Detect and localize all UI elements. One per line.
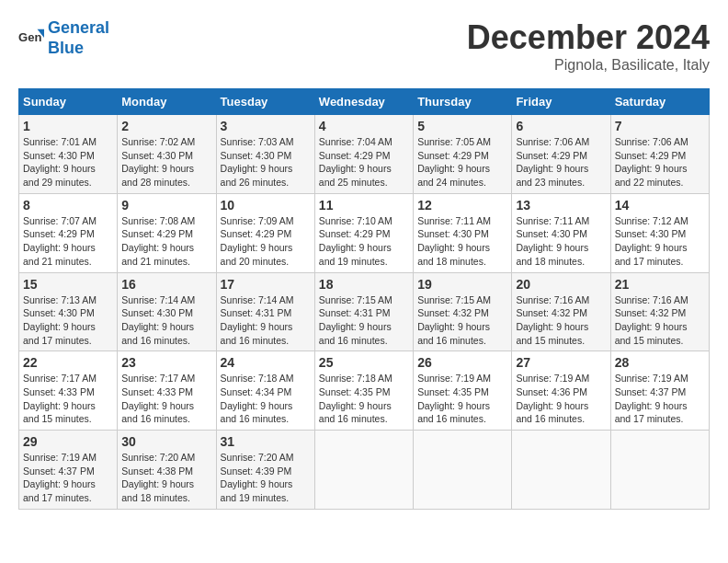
day-info: Sunrise: 7:11 AM Sunset: 4:30 PM Dayligh… [417,214,507,269]
day-info: Sunrise: 7:10 AM Sunset: 4:29 PM Dayligh… [319,214,409,269]
calendar-cell: 27Sunrise: 7:19 AM Sunset: 4:36 PM Dayli… [512,351,610,431]
day-number: 1 [23,119,113,133]
day-header-thursday: Thursday [414,89,512,115]
calendar-cell [314,431,413,510]
day-number: 3 [221,119,311,133]
day-number: 20 [516,277,606,292]
day-number: 4 [319,119,409,133]
day-info: Sunrise: 7:09 AM Sunset: 4:29 PM Dayligh… [221,214,311,269]
calendar-cell [610,431,709,510]
day-info: Sunrise: 7:17 AM Sunset: 4:33 PM Dayligh… [23,372,113,426]
calendar-cell: 1Sunrise: 7:01 AM Sunset: 4:30 PM Daylig… [19,115,118,194]
day-info: Sunrise: 7:11 AM Sunset: 4:30 PM Dayligh… [516,214,606,269]
day-number: 11 [319,198,409,213]
calendar-cell: 18Sunrise: 7:15 AM Sunset: 4:31 PM Dayli… [314,272,413,351]
day-info: Sunrise: 7:20 AM Sunset: 4:39 PM Dayligh… [221,451,311,505]
day-info: Sunrise: 7:16 AM Sunset: 4:32 PM Dayligh… [516,293,606,348]
day-number: 5 [417,119,507,133]
calendar-cell: 21Sunrise: 7:16 AM Sunset: 4:32 PM Dayli… [610,272,709,351]
day-info: Sunrise: 7:18 AM Sunset: 4:35 PM Dayligh… [319,372,409,426]
calendar-cell: 5Sunrise: 7:05 AM Sunset: 4:29 PM Daylig… [414,115,512,194]
day-info: Sunrise: 7:06 AM Sunset: 4:29 PM Dayligh… [615,135,705,190]
calendar-cell: 23Sunrise: 7:17 AM Sunset: 4:33 PM Dayli… [118,351,216,431]
calendar-cell: 20Sunrise: 7:16 AM Sunset: 4:32 PM Dayli… [512,272,610,351]
day-info: Sunrise: 7:12 AM Sunset: 4:30 PM Dayligh… [615,214,705,269]
day-info: Sunrise: 7:08 AM Sunset: 4:29 PM Dayligh… [121,214,211,269]
day-number: 30 [121,434,211,449]
day-info: Sunrise: 7:02 AM Sunset: 4:30 PM Dayligh… [121,135,211,190]
calendar-cell: 8Sunrise: 7:07 AM Sunset: 4:29 PM Daylig… [19,193,118,272]
day-number: 29 [23,434,113,449]
calendar-cell: 12Sunrise: 7:11 AM Sunset: 4:30 PM Dayli… [414,193,512,272]
logo-text: General Blue [48,18,109,58]
day-number: 25 [319,355,409,370]
day-info: Sunrise: 7:01 AM Sunset: 4:30 PM Dayligh… [23,135,113,190]
day-info: Sunrise: 7:04 AM Sunset: 4:29 PM Dayligh… [319,135,409,190]
day-info: Sunrise: 7:16 AM Sunset: 4:32 PM Dayligh… [615,293,705,348]
day-info: Sunrise: 7:18 AM Sunset: 4:34 PM Dayligh… [221,372,311,426]
calendar-cell: 11Sunrise: 7:10 AM Sunset: 4:29 PM Dayli… [314,193,413,272]
calendar-cell: 4Sunrise: 7:04 AM Sunset: 4:29 PM Daylig… [314,115,413,194]
calendar-cell: 13Sunrise: 7:11 AM Sunset: 4:30 PM Dayli… [512,193,610,272]
calendar-cell: 25Sunrise: 7:18 AM Sunset: 4:35 PM Dayli… [314,351,413,431]
calendar-cell: 6Sunrise: 7:06 AM Sunset: 4:29 PM Daylig… [512,115,610,194]
calendar-body: 1Sunrise: 7:01 AM Sunset: 4:30 PM Daylig… [19,115,710,510]
calendar-cell: 15Sunrise: 7:13 AM Sunset: 4:30 PM Dayli… [19,272,118,351]
svg-text:Gen: Gen [18,29,41,43]
calendar-cell: 24Sunrise: 7:18 AM Sunset: 4:34 PM Dayli… [216,351,314,431]
day-number: 21 [615,277,705,292]
day-number: 27 [516,355,606,370]
day-info: Sunrise: 7:14 AM Sunset: 4:31 PM Dayligh… [221,293,311,348]
day-number: 28 [615,355,705,370]
calendar-cell: 7Sunrise: 7:06 AM Sunset: 4:29 PM Daylig… [610,115,709,194]
calendar-cell: 3Sunrise: 7:03 AM Sunset: 4:30 PM Daylig… [216,115,314,194]
week-row-5: 29Sunrise: 7:19 AM Sunset: 4:37 PM Dayli… [19,431,710,510]
calendar-cell: 17Sunrise: 7:14 AM Sunset: 4:31 PM Dayli… [216,272,314,351]
calendar-cell: 26Sunrise: 7:19 AM Sunset: 4:35 PM Dayli… [414,351,512,431]
day-info: Sunrise: 7:15 AM Sunset: 4:32 PM Dayligh… [417,293,507,348]
day-info: Sunrise: 7:19 AM Sunset: 4:37 PM Dayligh… [615,372,705,426]
day-number: 7 [615,119,705,133]
day-number: 12 [417,198,507,213]
logo: Gen General Blue [18,18,109,58]
day-number: 23 [121,355,211,370]
day-info: Sunrise: 7:05 AM Sunset: 4:29 PM Dayligh… [417,135,507,190]
day-number: 18 [319,277,409,292]
day-info: Sunrise: 7:06 AM Sunset: 4:29 PM Dayligh… [516,135,606,190]
day-info: Sunrise: 7:14 AM Sunset: 4:30 PM Dayligh… [121,293,211,348]
calendar-cell: 31Sunrise: 7:20 AM Sunset: 4:39 PM Dayli… [216,431,314,510]
week-row-1: 1Sunrise: 7:01 AM Sunset: 4:30 PM Daylig… [19,115,710,194]
day-number: 22 [23,355,113,370]
day-number: 13 [516,198,606,213]
day-info: Sunrise: 7:17 AM Sunset: 4:33 PM Dayligh… [121,372,211,426]
day-header-saturday: Saturday [610,89,709,115]
day-info: Sunrise: 7:19 AM Sunset: 4:37 PM Dayligh… [23,451,113,505]
calendar-cell: 10Sunrise: 7:09 AM Sunset: 4:29 PM Dayli… [216,193,314,272]
calendar-header: SundayMondayTuesdayWednesdayThursdayFrid… [19,89,710,115]
day-header-wednesday: Wednesday [314,89,413,115]
day-number: 26 [417,355,507,370]
calendar-cell: 30Sunrise: 7:20 AM Sunset: 4:38 PM Dayli… [118,431,216,510]
calendar-cell: 29Sunrise: 7:19 AM Sunset: 4:37 PM Dayli… [19,431,118,510]
day-header-friday: Friday [512,89,610,115]
calendar-cell [512,431,610,510]
day-header-monday: Monday [118,89,216,115]
day-number: 31 [221,434,311,449]
day-info: Sunrise: 7:19 AM Sunset: 4:35 PM Dayligh… [417,372,507,426]
day-number: 9 [121,198,211,213]
calendar-cell: 22Sunrise: 7:17 AM Sunset: 4:33 PM Dayli… [19,351,118,431]
day-number: 6 [516,119,606,133]
week-row-4: 22Sunrise: 7:17 AM Sunset: 4:33 PM Dayli… [19,351,710,431]
day-info: Sunrise: 7:15 AM Sunset: 4:31 PM Dayligh… [319,293,409,348]
calendar-cell: 19Sunrise: 7:15 AM Sunset: 4:32 PM Dayli… [414,272,512,351]
day-number: 19 [417,277,507,292]
day-number: 15 [23,277,113,292]
calendar-table: SundayMondayTuesdayWednesdayThursdayFrid… [18,88,710,510]
day-info: Sunrise: 7:13 AM Sunset: 4:30 PM Dayligh… [23,293,113,348]
calendar-cell [414,431,512,510]
calendar-cell: 28Sunrise: 7:19 AM Sunset: 4:37 PM Dayli… [610,351,709,431]
day-number: 8 [23,198,113,213]
logo-icon: Gen [18,26,44,52]
day-info: Sunrise: 7:19 AM Sunset: 4:36 PM Dayligh… [516,372,606,426]
day-info: Sunrise: 7:07 AM Sunset: 4:29 PM Dayligh… [23,214,113,269]
